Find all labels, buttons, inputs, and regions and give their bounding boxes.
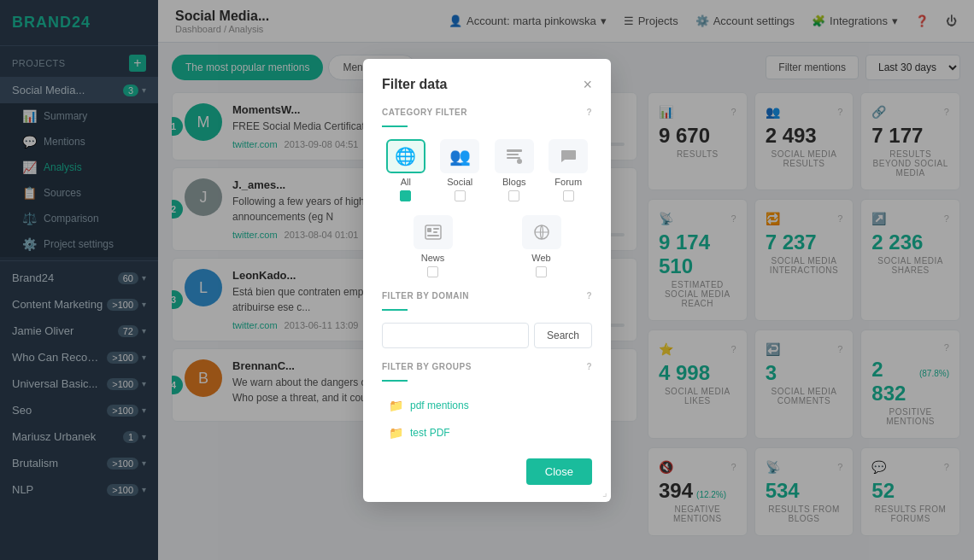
- groups-help-icon[interactable]: ?: [586, 362, 592, 371]
- category-filter-label: CATEGORY FILTER ?: [382, 108, 592, 117]
- groups-filter-section: FILTER BY GROUPS ? 📁 pdf mentions 📁 test…: [382, 362, 592, 445]
- groups-divider: [382, 380, 408, 382]
- category-blogs[interactable]: Blogs: [490, 139, 538, 201]
- category-web-checkbox[interactable]: [536, 266, 547, 277]
- modal-overlay[interactable]: Filter data × CATEGORY FILTER ? 🌐 All 👥 …: [0, 0, 974, 560]
- category-grid-row1: 🌐 All 👥 Social Blogs Forum: [382, 139, 592, 201]
- blogs-icon-wrap: [495, 139, 534, 173]
- domain-filter-section: FILTER BY DOMAIN ? Search: [382, 291, 592, 348]
- svg-rect-2: [507, 157, 520, 159]
- svg-rect-0: [507, 149, 522, 152]
- category-divider: [382, 125, 408, 127]
- category-news-checkbox[interactable]: [427, 266, 438, 277]
- folder-icon: 📁: [389, 399, 403, 412]
- domain-divider: [382, 309, 408, 311]
- modal-header: Filter data ×: [382, 76, 592, 94]
- category-news[interactable]: News: [382, 215, 484, 277]
- svg-point-3: [517, 159, 522, 164]
- modal-close-button[interactable]: ×: [583, 76, 592, 94]
- svg-rect-6: [433, 228, 439, 230]
- domain-filter-label: FILTER BY DOMAIN ?: [382, 291, 592, 300]
- svg-rect-8: [427, 235, 439, 236]
- group-name: test PDF: [410, 427, 450, 439]
- modal-footer: Close: [382, 458, 592, 485]
- svg-rect-1: [507, 154, 519, 155]
- folder-icon: 📁: [389, 426, 403, 440]
- group-pdf-mentions[interactable]: 📁 pdf mentions: [382, 394, 592, 417]
- domain-filter-text: FILTER BY DOMAIN: [382, 291, 469, 300]
- filter-modal: Filter data × CATEGORY FILTER ? 🌐 All 👥 …: [363, 59, 611, 502]
- group-name: pdf mentions: [410, 400, 469, 411]
- category-grid-row2: News Web: [382, 215, 592, 277]
- domain-search: Search: [382, 323, 592, 348]
- web-icon-wrap: [522, 215, 561, 249]
- category-forum-label: Forum: [554, 177, 582, 187]
- category-help-icon[interactable]: ?: [586, 108, 592, 117]
- groups-list: 📁 pdf mentions 📁 test PDF: [382, 394, 592, 445]
- domain-search-button[interactable]: Search: [534, 323, 592, 348]
- category-forum[interactable]: Forum: [545, 139, 593, 201]
- category-social[interactable]: 👥 Social: [437, 139, 484, 201]
- domain-input[interactable]: [382, 323, 529, 348]
- category-all-checkbox[interactable]: [400, 190, 411, 201]
- modal-close-btn[interactable]: Close: [526, 458, 592, 485]
- domain-help-icon[interactable]: ?: [586, 291, 592, 300]
- category-web-label: Web: [531, 253, 550, 263]
- news-icon-wrap: [414, 215, 453, 249]
- category-all-label: All: [401, 177, 411, 187]
- category-all[interactable]: 🌐 All: [382, 139, 430, 201]
- groups-filter-text: FILTER BY GROUPS: [382, 362, 472, 371]
- category-web[interactable]: Web: [490, 215, 592, 277]
- category-news-label: News: [421, 253, 445, 263]
- category-blogs-checkbox[interactable]: [508, 190, 519, 201]
- modal-title: Filter data: [382, 77, 447, 92]
- category-filter-text: CATEGORY FILTER: [382, 108, 467, 117]
- category-social-checkbox[interactable]: [455, 190, 466, 201]
- svg-rect-7: [433, 231, 437, 233]
- forum-icon-wrap: [549, 139, 588, 173]
- social-icon-wrap: 👥: [440, 139, 479, 173]
- category-forum-checkbox[interactable]: [563, 190, 574, 201]
- category-blogs-label: Blogs: [502, 177, 526, 187]
- group-test-pdf[interactable]: 📁 test PDF: [382, 421, 592, 445]
- svg-rect-5: [427, 228, 431, 232]
- groups-filter-label: FILTER BY GROUPS ?: [382, 362, 592, 371]
- resize-handle[interactable]: ⌟: [602, 487, 607, 499]
- category-social-label: Social: [447, 177, 472, 187]
- all-icon-wrap: 🌐: [386, 139, 425, 173]
